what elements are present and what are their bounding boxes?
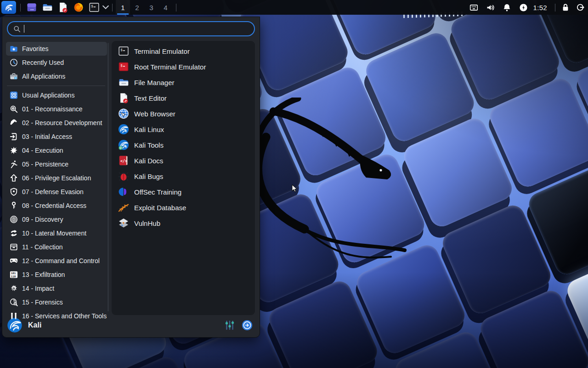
show-desktop-launcher[interactable] [25,1,39,14]
app-item-kali-docs[interactable]: </>Kali Docs [114,153,252,168]
app-item-kali-bugs[interactable]: Kali Bugs [114,168,252,184]
sidebar-item-16-services-and-other-tools[interactable]: 16 - Services and Other Tools [6,309,107,323]
sidebar-item-all-applications[interactable]: All Applications [6,69,107,83]
app-item-label: Terminal Emulator [134,47,190,55]
workspace-1-button[interactable]: 1 [116,0,130,15]
top-panel: $ 1234 1:52 [0,0,588,15]
sidebar-item-05-persistence[interactable]: 05 - Persistence [6,157,107,171]
app-item-label: Exploit Database [134,204,186,212]
kali-docs-icon: </> [118,155,129,166]
app-item-exploit-database[interactable]: Exploit Database [114,200,252,215]
app-item-label: File Manager [134,79,175,86]
app-item-label: Kali Linux [134,126,164,133]
app-item-root-terminal-emulator[interactable]: $Root Terminal Emulator [114,59,252,75]
lock-screen-button[interactable] [559,1,572,14]
sidebar-item-label: 10 - Lateral Movement [22,230,86,237]
app-item-label: Web Browser [134,110,175,118]
whisker-menu: FavoritesRecently UsedAll ApplicationsUs… [2,17,260,338]
app-item-text-editor[interactable]: Text Editor [114,90,252,106]
chevron-down-icon[interactable] [102,5,109,10]
mouse-cursor [290,183,299,193]
text-editor-icon [57,2,68,13]
firefox-launcher[interactable] [72,1,85,14]
exploitdb-icon [118,202,129,213]
workspace-3-button[interactable]: 3 [144,0,158,15]
session-button[interactable] [240,318,254,332]
logout-button[interactable] [573,1,587,14]
power-manager-tray[interactable] [517,1,531,14]
workspace-4-button[interactable]: 4 [158,0,173,15]
firefox-icon [73,2,84,13]
sidebar-item-15-forensics[interactable]: 15 - Forensics [6,295,107,309]
app-item-kali-tools[interactable]: Kali Tools [114,137,252,153]
runner-icon [10,160,18,168]
settings-button[interactable] [223,318,237,332]
sidebar-item-11-collection[interactable]: 11 - Collection [6,240,107,254]
svg-text:$: $ [120,48,123,52]
kali-circle-icon [118,124,129,135]
notifications-tray[interactable] [500,1,514,14]
logout-icon [576,3,584,12]
file-manager-launcher[interactable] [40,1,54,14]
forensics-icon [10,298,18,306]
sidebar-item-14-impact[interactable]: 14 - Impact [6,282,107,295]
app-item-label: Kali Docs [134,157,163,165]
sidebar-item-favorites[interactable]: Favorites [6,42,107,56]
app-item-offsec-training[interactable]: OffSec Training [114,184,252,200]
app-item-kali-linux[interactable]: Kali Linux [114,121,252,137]
sidebar-item-label: 04 - Execution [22,147,63,154]
text-editor-launcher[interactable] [56,1,70,14]
app-item-label: Kali Tools [134,141,164,149]
sidebar-item-01-reconnaissance[interactable]: 01 - Reconnaissance [6,102,107,116]
search-box[interactable] [7,21,255,36]
kali-dragon-icon [3,2,14,13]
clock[interactable]: 1:52 [531,4,552,12]
panel-separator [555,4,555,12]
sidebar-item-03-initial-access[interactable]: 03 - Initial Access [6,130,107,144]
svg-text:110: 110 [11,275,16,278]
sidebar-item-12-command-and-control[interactable]: 12 - Command and Control [6,254,107,268]
sidebar-separator [7,86,105,86]
app-item-file-manager[interactable]: File Manager [114,75,252,90]
sidebar-item-06-privilege-escalation[interactable]: 06 - Privilege Escalation [6,171,107,185]
app-item-terminal-emulator[interactable]: $Terminal Emulator [114,43,252,59]
swap-arrows-icon [10,229,18,237]
sidebar-item-10-lateral-movement[interactable]: 10 - Lateral Movement [6,226,107,240]
workspace-2-button[interactable]: 2 [130,0,144,15]
app-item-vulnhub[interactable]: VulnHub [114,215,252,231]
app-item-label: OffSec Training [134,188,181,196]
search-input[interactable] [28,25,249,33]
network-tray[interactable] [467,1,481,14]
radar-icon [10,215,18,224]
sidebar-item-08-credential-access[interactable]: 08 - Credential Access [6,199,107,213]
applications-menu-button[interactable] [1,1,16,14]
sidebar-item-02-resource-development[interactable]: 02 - Resource Development [6,116,107,130]
sidebar-item-label: 08 - Credential Access [22,202,86,209]
folder-icon [42,2,53,13]
app-item-label: Root Terminal Emulator [134,63,206,71]
sidebar-item-13-exfiltration[interactable]: 10111013 - Exfiltration [6,268,107,282]
magnifier-icon [10,105,18,113]
sidebar-item-07-defense-evasion[interactable]: 07 - Defense Evasion [6,185,107,199]
sidebar-item-label: 01 - Reconnaissance [22,105,83,113]
volume-tray[interactable] [484,1,498,14]
sidebar-item-04-execution[interactable]: 04 - Execution [6,144,107,157]
sidebar-scrollbar[interactable] [107,43,109,311]
key-icon [10,201,18,210]
offsec-icon [118,186,129,197]
text-caret [24,25,24,33]
sidebar-item-09-discovery[interactable]: 09 - Discovery [6,213,107,226]
tools-icon [10,312,18,320]
sidebar-item-label: 14 - Impact [22,285,54,292]
archive-icon [10,243,18,251]
hammer-icon [10,119,18,127]
sidebar-item-usual-applications[interactable]: Usual Applications [6,88,107,102]
window-icon [26,2,37,13]
sidebar-item-label: 06 - Privilege Escalation [22,174,91,182]
sidebar-item-label: Favorites [22,45,49,52]
terminal-icon: $ [89,2,100,13]
sidebar-item-recently-used[interactable]: Recently Used [6,56,107,69]
kali-dragon-wallpaper [250,98,416,263]
app-item-web-browser[interactable]: Web Browser [114,106,252,121]
terminal-launcher[interactable]: $ [87,1,101,14]
